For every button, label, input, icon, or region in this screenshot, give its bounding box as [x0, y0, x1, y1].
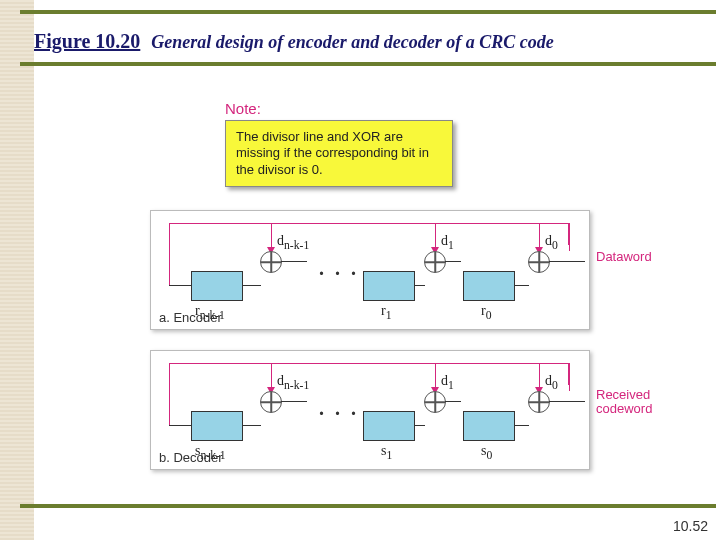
wire	[169, 425, 191, 426]
decoder-panel: dn-k-1 sn-k-1 . . . d1 s1 d0 s0 b. Decod…	[150, 350, 590, 470]
wire	[549, 401, 585, 402]
sidebar-decorative-strip	[0, 0, 34, 540]
reg-label: r0	[481, 303, 492, 322]
feedback-tap	[569, 363, 570, 391]
wire	[169, 285, 191, 286]
ellipsis: . . .	[319, 397, 359, 420]
wire	[445, 401, 461, 402]
note-body: The divisor line and XOR are missing if …	[225, 120, 453, 187]
xor-node	[424, 391, 446, 413]
feedback-tap	[569, 223, 570, 251]
wire	[415, 285, 425, 286]
figure-number: Figure 10.20	[34, 30, 140, 52]
panel-caption: a. Encoder	[159, 310, 222, 325]
feedback-drop-left	[169, 385, 170, 425]
wire	[281, 401, 307, 402]
reg-label: r1	[381, 303, 392, 322]
register-box	[191, 271, 243, 301]
d-label: d1	[441, 233, 454, 252]
wire	[515, 285, 529, 286]
note-label: Note:	[225, 100, 453, 117]
encoder-io-label: Dataword	[596, 250, 670, 264]
panel-caption: b. Decoder	[159, 450, 223, 465]
figure-title: Figure 10.20 General design of encoder a…	[34, 30, 554, 53]
divider-top-2	[20, 62, 716, 66]
wire	[549, 261, 585, 262]
register-box	[463, 271, 515, 301]
register-box	[363, 271, 415, 301]
reg-label: s1	[381, 443, 392, 462]
wire	[515, 425, 529, 426]
register-box	[463, 411, 515, 441]
feedback-bus	[169, 223, 569, 245]
encoder-panel: dn-k-1 rn-k-1 . . . d1 r1 d0 r0 a. Encod…	[150, 210, 590, 330]
figure-caption: General design of encoder and decoder of…	[151, 32, 553, 52]
xor-node	[260, 391, 282, 413]
feedback-drop-left	[169, 245, 170, 285]
wire	[243, 285, 261, 286]
wire	[281, 261, 307, 262]
d-label: dn-k-1	[277, 233, 309, 252]
d-label: d0	[545, 233, 558, 252]
d-label: d0	[545, 373, 558, 392]
note-box: Note: The divisor line and XOR are missi…	[225, 100, 453, 187]
d-label: dn-k-1	[277, 373, 309, 392]
register-box	[363, 411, 415, 441]
divider-top-1	[20, 10, 716, 14]
d-label: d1	[441, 373, 454, 392]
xor-node	[260, 251, 282, 273]
wire	[415, 425, 425, 426]
ellipsis: . . .	[319, 257, 359, 280]
divider-bottom	[20, 504, 716, 508]
wire	[445, 261, 461, 262]
page-number: 10.52	[673, 518, 708, 534]
wire	[243, 425, 261, 426]
xor-node	[424, 251, 446, 273]
register-box	[191, 411, 243, 441]
reg-label: s0	[481, 443, 492, 462]
feedback-bus	[169, 363, 569, 385]
xor-node	[528, 251, 550, 273]
decoder-io-label: Received codeword	[596, 388, 670, 417]
xor-node	[528, 391, 550, 413]
